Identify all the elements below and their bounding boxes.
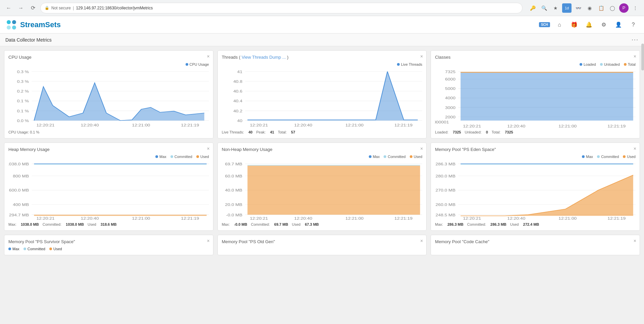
- ps-old-gen-card: × Memory Pool "PS Old Gen": [217, 235, 427, 255]
- code-cache-close-button[interactable]: ×: [634, 238, 636, 243]
- nonheap-title: Non-Heap Memory Usage: [222, 147, 423, 152]
- heap-title: Heap Memory Usage: [8, 147, 209, 152]
- svg-text:3000: 3000: [445, 106, 456, 110]
- threads-close-button[interactable]: ×: [420, 54, 423, 59]
- settings-icon-btn[interactable]: ⚙: [598, 19, 609, 30]
- svg-text:12:21:00: 12:21:00: [132, 123, 150, 127]
- cards-grid: × CPU Usage CPU Usage 0.3 %: [4, 50, 640, 255]
- cpu-legend-label: CPU Usage: [190, 62, 209, 66]
- peak-value: 41: [270, 130, 274, 134]
- nonheap-chart-svg: 69.7 MB 60.0 MB 40.0 MB 20.0 MB -0.0 MB …: [222, 160, 423, 220]
- svg-text:12:20:21: 12:20:21: [36, 216, 54, 220]
- svg-text:0.1 %: 0.1 %: [17, 99, 29, 103]
- svg-text:294.7 MB: 294.7 MB: [9, 213, 29, 217]
- ps-eden-close-button[interactable]: ×: [634, 146, 636, 151]
- svg-text:12:20:40: 12:20:40: [294, 216, 312, 220]
- address-separator: |: [73, 5, 74, 10]
- glasses-btn[interactable]: 👓: [574, 3, 583, 13]
- scrollbar-track[interactable]: [641, 46, 644, 178]
- svg-text:270.0 MB: 270.0 MB: [436, 188, 455, 193]
- threads-card: × Threads ( View Threads Dump ... ) Live…: [217, 50, 427, 139]
- nonheap-memory-card: × Non-Heap Memory Usage Max Committed Us…: [217, 143, 427, 231]
- main-content: × CPU Usage CPU Usage 0.3 %: [0, 46, 644, 324]
- nonheap-committed-legend-label: Committed: [388, 155, 405, 159]
- svg-text:260.0 MB: 260.0 MB: [436, 203, 455, 207]
- svg-text:280.0 MB: 280.0 MB: [436, 174, 455, 178]
- cpu-chart-svg: 0.3 % 0.3 % 0.2 % 0.1 % 0.1 % 0.0 % 12:2…: [8, 68, 209, 128]
- logo-text: StreamSets: [20, 20, 61, 29]
- svg-text:12:21:19: 12:21:19: [394, 216, 412, 220]
- live-threads-value: 40: [248, 130, 252, 134]
- refresh-button[interactable]: ⟳: [28, 3, 38, 13]
- ps-eden-max-footer-value: 286.3 MB: [447, 222, 463, 226]
- total-classes-label: Total:: [492, 130, 501, 134]
- view-threads-dump-link[interactable]: View Threads Dump ...: [242, 55, 286, 60]
- profile-btn[interactable]: P: [619, 3, 629, 13]
- svg-text:800 MB: 800 MB: [13, 174, 29, 178]
- more-options-button[interactable]: ···: [632, 36, 639, 43]
- ps-eden-max-legend: Max: [582, 155, 593, 159]
- ps-eden-used-footer-value: 272.4 MB: [523, 222, 539, 226]
- threads-legend-item: Live Threads: [397, 62, 422, 66]
- svg-text:0.3 %: 0.3 %: [17, 79, 29, 84]
- help-icon-btn[interactable]: ?: [628, 19, 639, 30]
- star-icon-btn[interactable]: ★: [551, 3, 560, 13]
- ps-eden-legend: Max Committed Used: [435, 155, 636, 159]
- notes-btn[interactable]: 📋: [596, 3, 606, 13]
- user-icon-btn[interactable]: 👤: [613, 19, 624, 30]
- circle-btn[interactable]: ◯: [608, 3, 617, 13]
- gift-icon-btn[interactable]: 🎁: [569, 19, 580, 30]
- svg-text:12:21:00: 12:21:00: [559, 124, 577, 128]
- extensions-btn[interactable]: 1d: [562, 3, 572, 13]
- search-icon-btn[interactable]: 🔍: [539, 3, 549, 13]
- scrollbar-thumb[interactable]: [641, 46, 644, 70]
- nonheap-max-legend: Max: [369, 155, 380, 159]
- ps-eden-max-dot: [582, 155, 585, 158]
- threads-title: Threads ( View Threads Dump ... ): [222, 55, 423, 60]
- ps-old-gen-close-button[interactable]: ×: [420, 238, 423, 243]
- ps-eden-committed-footer-value: 286.3 MB: [490, 222, 506, 226]
- svg-marker-37: [247, 71, 417, 120]
- classes-close-button[interactable]: ×: [634, 54, 636, 59]
- bell-icon-btn[interactable]: 🔔: [584, 19, 594, 30]
- classes-footer: Loaded: 7325 Unloaded: 0 Total: 7325: [435, 130, 636, 134]
- back-button[interactable]: ←: [4, 3, 13, 13]
- heap-close-button[interactable]: ×: [207, 146, 209, 151]
- menu-btn[interactable]: ⋮: [631, 3, 640, 13]
- ps-eden-chart-area: 286.3 MB 280.0 MB 270.0 MB 260.0 MB 248.…: [435, 160, 636, 220]
- ps-survivor-card: × Memory Pool "PS Survivor Space" Max Co…: [4, 235, 213, 255]
- nonheap-committed-footer-label: Committed:: [251, 222, 271, 226]
- sch-badge[interactable]: SCH: [539, 22, 550, 27]
- lock-icon: 🔒: [45, 6, 49, 10]
- peak-label: Peak:: [256, 130, 266, 134]
- heap-chart-area: 1038.0 MB 800 MB 600.0 MB 400 MB 294.7 M…: [8, 160, 209, 220]
- home-icon-btn[interactable]: ⌂: [554, 19, 565, 30]
- ps-survivor-close-button[interactable]: ×: [207, 238, 209, 243]
- loaded-legend-label: Loaded: [584, 62, 596, 66]
- ps-eden-committed-legend-label: Committed: [601, 155, 619, 159]
- threads-legend-dot: [397, 63, 400, 66]
- heap-memory-card: × Heap Memory Usage Max Committed Used: [4, 143, 213, 231]
- ps-eden-used-dot: [623, 155, 626, 158]
- ps-eden-max-legend-label: Max: [586, 155, 593, 159]
- logo[interactable]: StreamSets: [5, 19, 61, 31]
- loaded-label: Loaded:: [435, 130, 449, 134]
- forward-button[interactable]: →: [16, 3, 26, 13]
- svg-text:12:21:19: 12:21:19: [394, 123, 412, 127]
- nonheap-committed-legend: Committed: [384, 155, 405, 159]
- cpu-usage-close-button[interactable]: ×: [207, 54, 209, 59]
- nonheap-used-footer-label: Used: [292, 222, 301, 226]
- live-threads-label: Live Threads:: [222, 130, 245, 134]
- key-icon-btn[interactable]: 🔑: [528, 3, 537, 13]
- heap-max-dot: [155, 155, 158, 158]
- cpu-chart-area: 0.3 % 0.3 % 0.2 % 0.1 % 0.1 % 0.0 % 12:2…: [8, 68, 209, 128]
- svg-text:0.1 %: 0.1 %: [17, 109, 29, 113]
- cpu-footer: CPU Usage: 0.1 %: [8, 130, 209, 134]
- address-bar[interactable]: 🔒 Not secure | 129.146.97.221:18630/coll…: [40, 3, 523, 13]
- nonheap-max-legend-label: Max: [373, 155, 380, 159]
- svg-text:4000: 4000: [445, 96, 456, 100]
- heap-used-label: Used: [200, 155, 209, 159]
- svg-text:40.4: 40.4: [233, 99, 242, 103]
- nonheap-close-button[interactable]: ×: [420, 146, 423, 151]
- spy-btn[interactable]: ◉: [585, 3, 594, 13]
